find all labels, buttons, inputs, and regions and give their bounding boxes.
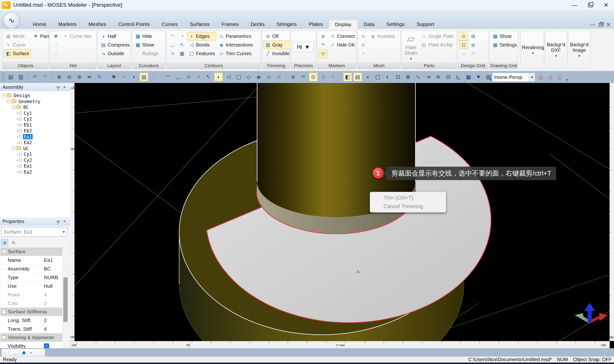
tab-support[interactable]: Support [411,20,440,29]
tab-display[interactable]: Display [329,20,358,29]
tab-frames[interactable]: Frames [216,20,245,29]
grid-origin-icon[interactable]: ⊙ [459,32,468,40]
column-icon[interactable]: ▼ [474,73,483,81]
zoom-in-icon[interactable]: ⊕ [55,73,64,81]
mesh-vertices-icon[interactable]: ⊛ [359,32,368,40]
contour-fan-icon[interactable]: ◠ [164,73,172,81]
button-half[interactable]: ◖Half [99,32,131,40]
contour-quarter-icon[interactable]: ◔ [178,32,187,40]
tree-item-design[interactable]: −Design [0,92,70,99]
tab-plates[interactable]: Plates [303,20,328,29]
property-group-surface[interactable]: −Surface [0,247,62,256]
precision-selector[interactable]: Hi▼ [293,42,314,52]
button-curve[interactable]: ∿Curve [4,40,31,49]
contour-fan-icon[interactable]: ◠ [168,32,177,40]
tree-item-cy1[interactable]: ✓Cy1 [0,151,70,157]
intersections-icon[interactable]: ◈ [254,73,263,81]
net-icon[interactable]: ❖ [109,73,118,81]
tab-surfaces[interactable]: Surfaces [184,20,216,29]
more-commands-button[interactable]: … [13,350,17,355]
tree-item-ea2[interactable]: ✓Ea2 [0,169,70,175]
restore-button[interactable] [582,0,598,10]
mdi-restore-button[interactable] [599,22,603,27]
grid-corners-icon[interactable]: ▣ [469,40,478,49]
design-grid-icon[interactable]: □ [150,73,158,81]
button-rulings[interactable]: ⋰Rulings [133,49,160,58]
scrollbar-thumb[interactable] [63,277,68,322]
toolbar-overflow-right-icon[interactable]: ▾ [566,78,568,82]
contour-quarter-icon[interactable]: ◔ [194,73,203,81]
viewport-3d[interactable]: -180-90180 180 -180-900 Yaw180 1 剪裁面会显示有… [70,83,614,348]
button-edges[interactable]: ◗Edges [187,32,216,40]
grid-dots-icon[interactable]: ∷ [469,49,478,58]
monitor-icon[interactable]: ⊡ [393,73,402,81]
property-row-trans-stiff[interactable]: Trans. Stiff4 [0,325,62,333]
tree-item-cy2[interactable]: ✓Cy2 [0,116,70,122]
bonds-icon[interactable]: ◁ [224,73,233,81]
button-inverted[interactable]: ◙Inverted [368,32,396,40]
orbit-icon[interactable]: ↻ [95,73,104,81]
mesh-quads-icon[interactable]: ⊗ [359,40,368,49]
button-backgr-d-dxf[interactable]: Backgr'd DXF▼ [546,32,565,68]
layout-half-icon[interactable]: ◖ [363,73,372,81]
curve-net-icon[interactable]: × [119,73,128,81]
tab-meshes[interactable]: Meshes [82,20,112,29]
tab-curves[interactable]: Curves [156,20,184,29]
tab-data[interactable]: Data [358,20,380,29]
compress-icon[interactable]: ▤ [140,73,148,81]
undo-icon[interactable]: ↶ [31,73,39,81]
button-intersections[interactable]: ◈Intersections [217,40,254,49]
button-show[interactable]: ▩Show [133,40,160,49]
expand-icon[interactable]: − [2,94,6,97]
button-show[interactable]: ▦Show [491,32,518,40]
mesh-contours-icon[interactable]: ⊛ [275,73,283,81]
table-icon[interactable]: ▦ [464,73,473,81]
button-surface[interactable]: ◧Surface [4,49,31,58]
grid-frame-icon[interactable]: □ [459,49,468,58]
user-icon[interactable]: ☻ [21,350,27,356]
button-curve-net[interactable]: ×Curve Net [61,32,93,40]
close-panel-icon[interactable]: × [61,219,68,224]
markers-curve-icon[interactable]: ∿ [329,73,338,81]
button-compress[interactable]: ▤Compress [99,40,131,49]
button-hide[interactable]: ▦Hide [133,32,160,40]
markers-ok-icon[interactable]: ⊜ [319,73,328,81]
close-button[interactable]: ✕ [598,0,614,10]
button-part[interactable]: ▼Part [31,32,50,40]
edges-icon[interactable]: ◗ [214,73,223,81]
tree-item-ea1[interactable]: ✓Ea1 [0,134,70,140]
markers-show-icon[interactable]: ⊙ [318,49,328,58]
markers-off-icon[interactable]: ø [318,32,328,40]
object-selector[interactable]: Surface: Ea1 ▼ [1,227,67,236]
property-row-type[interactable]: TypeNURB [0,273,62,282]
button-connect[interactable]: ×Connect [328,32,357,40]
button-gray[interactable]: ▨Gray [263,40,291,49]
close-panel-icon[interactable]: × [61,85,68,90]
property-group-surface-stiffness[interactable]: −Surface Stiffness [0,308,62,316]
save-all-icon[interactable]: ▥ [16,73,25,81]
az-sort-button[interactable]: A↓ [11,239,18,246]
collapse-icon[interactable]: − [2,336,6,339]
tab-decks[interactable]: Decks [245,20,271,29]
markers-x-icon[interactable]: ˣˣ [299,73,307,81]
toolbar-drag-handle[interactable] [2,73,4,81]
contour-d-icon[interactable]: ⊃ [184,73,193,81]
grid-monitor-icon[interactable]: ⊡ [459,40,468,49]
button-settings[interactable]: ▦Settings [491,40,518,49]
app-menu-button[interactable]: ∿ [3,12,20,29]
tree-item-eb2[interactable]: ✓Eb2 [0,128,70,134]
mesh-node-icon[interactable]: + [359,49,368,58]
toolbar-overflow-left-icon[interactable]: ▾ [490,78,492,82]
markers-off-icon[interactable]: ø [289,73,297,81]
redo-icon[interactable]: ↷ [41,73,49,81]
tab-settings[interactable]: Settings [380,20,411,29]
tree-item-uc[interactable]: −UC [0,145,70,152]
button-rendering[interactable]: Rendering▼ [522,32,544,68]
button-trim-curves[interactable]: ▱Trim Curves [217,49,254,58]
pin-icon[interactable]: ╤ [55,219,61,224]
parametrics-icon[interactable]: ◇ [244,73,253,81]
tab-markers[interactable]: Markers [52,20,82,29]
pin-icon[interactable]: ╤ [55,85,61,90]
expand-icon[interactable]: − [7,100,11,103]
view-selector-dropdown-icon[interactable]: ▼ [529,73,535,81]
